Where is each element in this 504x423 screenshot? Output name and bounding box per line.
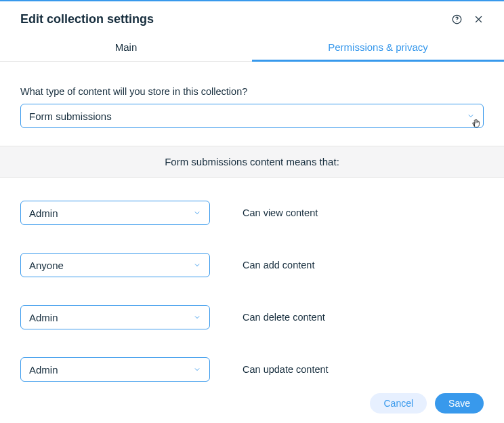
modal-header: Edit collection settings (0, 1, 504, 35)
close-icon[interactable] (473, 14, 484, 25)
chevron-down-icon (467, 110, 475, 122)
cancel-button[interactable]: Cancel (370, 393, 427, 414)
view-permission-label: Can view content (243, 207, 318, 218)
tabs: Main Permissions & privacy (0, 35, 504, 62)
permission-row-view: Admin Can view content (20, 201, 484, 225)
add-permission-label: Can add content (243, 260, 314, 270)
permission-row-delete: Admin Can delete content (20, 305, 484, 329)
permissions-list: Admin Can view content Anyone Can add co… (20, 201, 484, 382)
svg-point-1 (457, 21, 457, 22)
modal-title: Edit collection settings (20, 12, 154, 26)
chevron-down-icon (193, 207, 201, 219)
modal-footer: Cancel Save (0, 384, 504, 423)
delete-permission-label: Can delete content (243, 312, 325, 323)
chevron-down-icon (193, 364, 201, 376)
view-role-select[interactable]: Admin (20, 201, 210, 225)
content-type-value: Form submissions (29, 110, 112, 122)
permission-row-update: Admin Can update content (20, 357, 484, 382)
delete-role-select[interactable]: Admin (20, 305, 210, 329)
tab-permissions[interactable]: Permissions & privacy (252, 35, 504, 61)
add-role-value: Anyone (29, 260, 64, 271)
content-type-select[interactable]: Form submissions (20, 104, 484, 128)
update-permission-label: Can update content (243, 364, 329, 375)
chevron-down-icon (193, 260, 201, 271)
content-means-subheader: Form submissions content means that: (0, 146, 504, 178)
content-area: What type of content will you store in t… (0, 62, 504, 382)
add-role-select[interactable]: Anyone (20, 253, 210, 277)
save-button[interactable]: Save (435, 393, 484, 414)
update-role-select[interactable]: Admin (20, 357, 210, 382)
view-role-value: Admin (29, 207, 58, 219)
delete-role-value: Admin (29, 312, 58, 323)
content-type-label: What type of content will you store in t… (20, 86, 484, 97)
header-actions (451, 14, 484, 25)
chevron-down-icon (193, 312, 201, 323)
help-icon[interactable] (451, 14, 462, 25)
tab-main[interactable]: Main (0, 35, 252, 61)
update-role-value: Admin (29, 364, 58, 376)
permission-row-add: Anyone Can add content (20, 253, 484, 277)
